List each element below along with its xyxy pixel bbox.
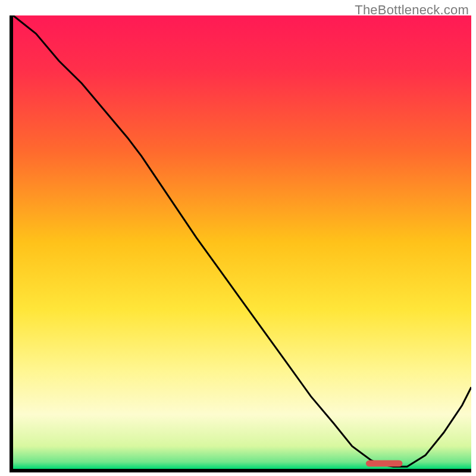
chart-svg <box>0 0 476 476</box>
bottleneck-chart: TheBottleneck.com <box>0 0 476 476</box>
watermark-text: TheBottleneck.com <box>355 2 469 18</box>
optimal-marker <box>366 461 403 467</box>
